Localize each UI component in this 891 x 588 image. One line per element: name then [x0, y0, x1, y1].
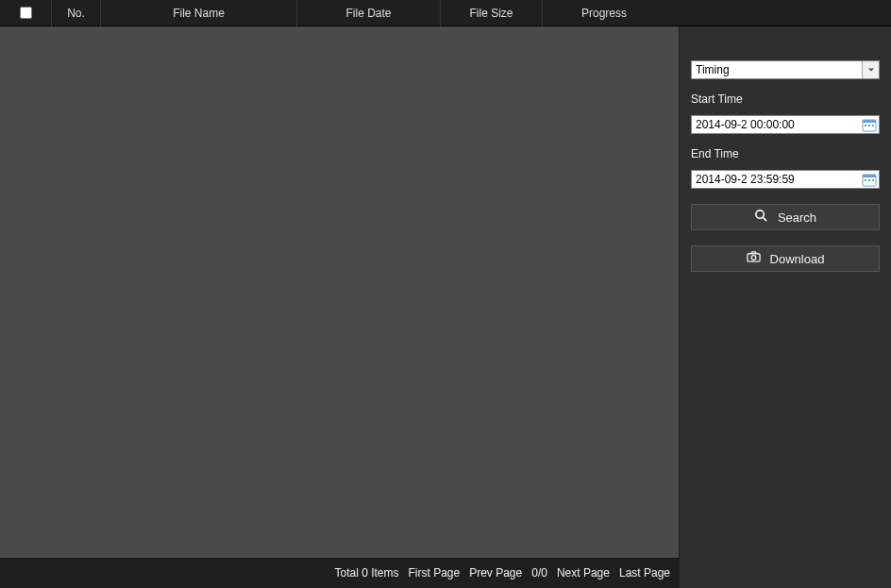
svg-rect-6 [863, 175, 876, 177]
column-file-name: File Name [101, 0, 297, 26]
start-time-label: Start Time [691, 92, 880, 106]
column-no: No. [52, 0, 101, 26]
search-button[interactable]: Search [691, 204, 880, 230]
chevron-down-icon [862, 61, 879, 78]
svg-rect-1 [863, 120, 876, 123]
svg-line-11 [763, 217, 766, 221]
file-list-panel: No. File Name File Date File Size Progre… [0, 0, 680, 588]
column-file-size: File Size [441, 0, 543, 26]
camera-icon [747, 250, 761, 267]
last-page-link[interactable]: Last Page [619, 566, 670, 580]
search-icon [754, 209, 768, 226]
search-button-label: Search [778, 210, 816, 225]
download-button-label: Download [770, 252, 825, 266]
svg-rect-4 [872, 125, 874, 126]
calendar-icon [862, 117, 877, 132]
end-time-label: End Time [691, 147, 880, 160]
select-all-checkbox[interactable] [20, 7, 32, 19]
svg-rect-8 [868, 179, 870, 181]
start-time-input[interactable]: 2014-09-2 00:00:00 [691, 115, 880, 134]
svg-point-10 [756, 210, 764, 218]
download-button[interactable]: Download [691, 245, 880, 272]
column-progress: Progress [543, 0, 665, 26]
next-page-link[interactable]: Next Page [557, 566, 610, 580]
svg-rect-2 [865, 125, 866, 126]
svg-point-13 [751, 256, 756, 260]
page-position: 0/0 [531, 566, 547, 580]
search-panel-header [680, 0, 891, 26]
type-select[interactable]: Timing [691, 60, 880, 79]
first-page-link[interactable]: First Page [408, 566, 460, 580]
svg-rect-3 [868, 125, 870, 126]
end-time-value: 2014-09-2 23:59:59 [696, 173, 795, 186]
svg-rect-7 [865, 179, 866, 181]
type-select-value: Timing [696, 63, 730, 76]
pagination-footer: Total 0 Items First Page Prev Page 0/0 N… [0, 558, 680, 588]
table-body [0, 26, 680, 558]
table-header: No. File Name File Date File Size Progre… [0, 0, 680, 26]
column-file-date: File Date [297, 0, 441, 26]
end-time-input[interactable]: 2014-09-2 23:59:59 [691, 170, 880, 189]
total-items: Total 0 Items [334, 566, 398, 580]
svg-rect-9 [872, 179, 874, 181]
calendar-icon [862, 172, 877, 187]
start-time-value: 2014-09-2 00:00:00 [696, 118, 795, 131]
prev-page-link[interactable]: Prev Page [469, 566, 522, 580]
search-panel: Timing Start Time 2014-09-2 00:00:00 [680, 0, 891, 588]
